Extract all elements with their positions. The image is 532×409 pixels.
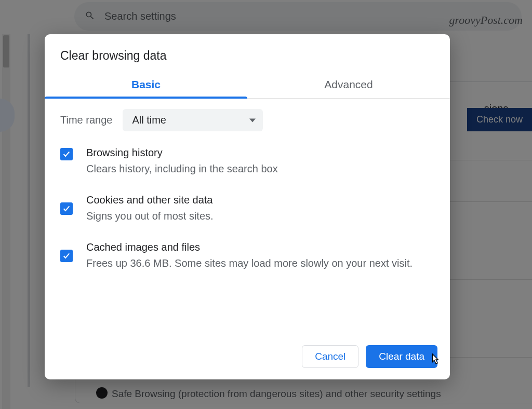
clear-data-button[interactable]: Clear data — [366, 345, 437, 368]
time-range-value: All time — [132, 114, 166, 126]
option-title: Browsing history — [86, 147, 434, 159]
option-desc: Clears history, including in the search … — [86, 161, 434, 176]
checkbox-browsing-history[interactable] — [60, 148, 73, 160]
option-desc: Signs you out of most sites. — [86, 208, 434, 224]
time-range-select[interactable]: All time — [123, 109, 263, 131]
option-desc: Frees up 36.6 MB. Some sites may load mo… — [86, 255, 434, 271]
option-title: Cookies and other site data — [86, 194, 434, 206]
option-cached: Cached images and files Frees up 36.6 MB… — [60, 241, 434, 271]
time-range-row: Time range All time — [60, 109, 434, 131]
time-range-label: Time range — [60, 114, 112, 126]
tab-advanced[interactable]: Advanced — [247, 73, 450, 98]
clear-browsing-data-dialog: Clear browsing data Basic Advanced Time … — [45, 34, 450, 379]
dialog-body: Time range All time Browsing history Cle… — [45, 99, 450, 336]
checkbox-cached[interactable] — [60, 250, 73, 262]
dialog-footer: Cancel Clear data — [45, 336, 450, 379]
options-list: Browsing history Clears history, includi… — [60, 147, 434, 271]
option-browsing-history: Browsing history Clears history, includi… — [60, 147, 434, 176]
tab-basic[interactable]: Basic — [45, 73, 247, 98]
cancel-button[interactable]: Cancel — [302, 345, 358, 368]
checkbox-cookies[interactable] — [60, 202, 73, 215]
option-cookies: Cookies and other site data Signs you ou… — [60, 194, 434, 224]
dialog-tabs: Basic Advanced — [45, 73, 450, 99]
dialog-title: Clear browsing data — [45, 34, 450, 73]
chevron-down-icon — [249, 114, 256, 126]
option-title: Cached images and files — [86, 241, 434, 253]
